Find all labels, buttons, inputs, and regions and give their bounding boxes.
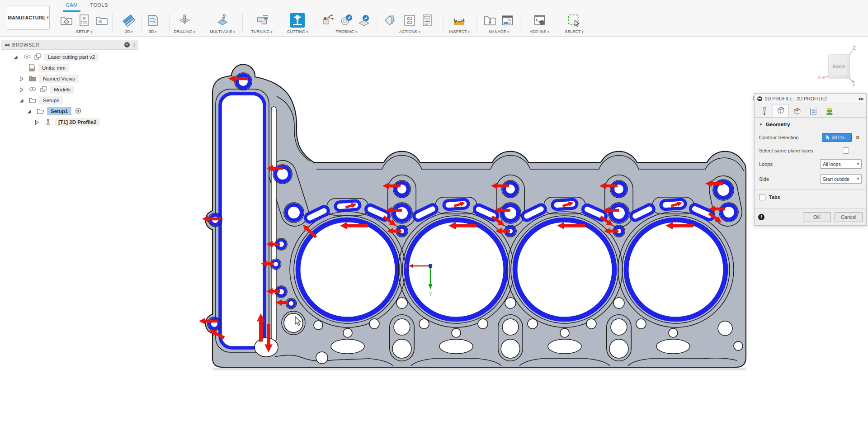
open-folder-icon [29,96,37,105]
dialog-tab-linking-tab[interactable] [821,106,838,117]
side-label: Side [759,176,820,182]
minimize-icon[interactable]: − [124,42,130,47]
ruler-icon[interactable] [452,13,467,28]
browser-row-setups[interactable]: Setups [1,95,138,106]
browser-row-named-views[interactable]: Named Views [1,73,138,84]
cancel-button[interactable]: Cancel [835,212,863,222]
toolbar-group-label[interactable]: MULTI-AXIS ▾ [210,29,235,34]
open-folder-icon[interactable] [94,13,109,28]
toolbar-group-2d: 2D ▾ [121,12,137,36]
expand-expander-icon[interactable] [19,76,24,81]
toolbar-group-label[interactable]: INSPECT ▾ [449,29,470,34]
g1g2-icon[interactable]: G1G2 [402,13,417,28]
dialog-tab-geometry-tab[interactable] [773,104,789,117]
svg-text:G: G [82,16,85,20]
visibility-eye-icon[interactable] [24,54,31,60]
dialog-tab-tool-tab[interactable] [756,106,773,117]
collapse-expander-icon[interactable] [27,109,32,114]
info-icon[interactable]: i [758,214,764,220]
browser-row-units-mm[interactable]: Units: mm [1,62,138,73]
clear-selection-button[interactable]: ✕ [854,135,862,141]
setup-sheet-icon[interactable] [420,13,435,28]
toolbar-group-label[interactable]: ACTIONS ▾ [399,29,420,34]
browser-item-label[interactable]: [T1] 2D Profile2 [55,118,100,126]
select-box-icon[interactable] [566,13,582,28]
geometry-section-header[interactable]: ▼ Geometry [755,118,866,130]
toolbar-group-label[interactable]: ADD-INS ▾ [529,29,549,34]
chevron-down-icon: ▾ [857,162,859,166]
probe-wcs-icon[interactable] [321,13,336,28]
contour-selection-chip[interactable]: 38 Ch... [822,133,852,142]
tabs-checkbox[interactable] [759,194,765,200]
browser-panel: ◀◀ BROWSER − ❙ Laser cutting part v2Unit… [1,40,138,128]
collapse-expander-icon[interactable] [19,98,24,103]
toolbar-group-label[interactable]: SETUP ▾ [76,29,92,34]
svg-text:%: % [507,18,511,22]
dialog-dock-handle[interactable]: ❙ [751,95,754,103]
collapse-expander-icon[interactable] [13,55,18,60]
gcode-doc-icon[interactable]: G [76,13,92,28]
toolbar-group-select: SELECT ▾ [565,12,584,36]
toolbar-group-label[interactable]: PROBING ▾ [335,29,357,34]
milling-2d-icon[interactable] [121,13,137,28]
toolbar-group-label[interactable]: TURNING ▾ [251,29,272,34]
passes-tab-icon [808,106,819,118]
browser-item-label[interactable]: Setups [39,96,63,104]
milling-3d-icon[interactable] [145,13,160,28]
probe-surface-icon[interactable] [356,13,372,28]
dialog-header[interactable]: 2D PROFILE : 2D PROFILE2 ▶▶ [755,94,866,104]
ribbon-tab-tools[interactable]: TOOLS [84,0,114,12]
browser-row-t1-2d-profile2[interactable]: [T1] 2D Profile2 [1,117,138,128]
ribbon-tab-cam[interactable]: CAM [60,0,84,12]
toolbar-group-label[interactable]: 3D ▾ [149,29,157,34]
browser-row-laser-cutting-part-v2[interactable]: Laser cutting part v2 [1,52,138,62]
new-setup-icon[interactable] [59,13,74,28]
component-icon [40,85,47,94]
browser-item-label[interactable]: Setup1 [47,107,71,115]
toolbar-group-label[interactable]: DRILLING ▾ [174,29,195,34]
post-process-icon[interactable] [384,13,400,28]
toolbar-group-label[interactable]: 2D ▾ [125,29,133,34]
dialog-tab-passes-tab[interactable] [805,106,821,117]
cutting-icon[interactable] [290,13,305,28]
turning-icon[interactable] [254,13,269,28]
browser-row-models[interactable]: Models [1,84,138,95]
browser-row-setup1[interactable]: Setup1 [1,106,138,117]
drilling-icon[interactable] [177,13,192,28]
expand-expander-icon[interactable] [19,87,24,92]
toolbar-group-3d: 3D ▾ [145,12,160,36]
browser-item-label[interactable]: Laser cutting part v2 [44,53,99,61]
ok-button[interactable]: OK [803,212,831,222]
generate-icon[interactable]: % [500,13,515,28]
viewcube[interactable]: Z BACK X Y [816,43,866,88]
workspace-switcher[interactable]: MANUFACTURE ▾ [7,5,50,30]
browser-item-label[interactable]: Named Views [39,75,79,83]
toolbar-group-label[interactable]: SELECT ▾ [565,29,584,34]
expand-expander-icon[interactable] [34,120,39,125]
tool-library-icon[interactable] [482,13,498,28]
loops-select[interactable]: All loops ▾ [820,159,862,169]
expand-dialog-icon[interactable]: ▶▶ [859,97,863,101]
collapse-panel-icon[interactable]: ◀◀ [4,43,9,47]
selected-slot-contour[interactable] [220,94,264,348]
probe-geometry-icon[interactable] [339,13,354,28]
side-select[interactable]: Start outside ▾ [820,174,862,184]
browser-item-label[interactable]: Units: mm [38,64,69,72]
addins-icon[interactable] [532,13,547,28]
dialog-tab-strip [755,104,866,118]
ribbon-toolbar: MANUFACTURE ▾ CAMTOOLS GSETUP ▾2D ▾3D ▾D… [0,0,868,37]
browser-header: ◀◀ BROWSER − ❙ [1,40,138,50]
toolbar-separator [204,14,204,33]
chevron-down-icon: ▾ [131,30,133,33]
dialog-tab-heights-tab[interactable] [789,106,805,117]
toolbar-group-label[interactable]: CUTTING ▾ [287,29,308,34]
active-setup-target-icon[interactable] [75,108,81,115]
toolbar-group-label[interactable]: MANAGE ▾ [488,29,509,34]
same-plane-checkbox[interactable] [843,147,849,154]
browser-item-label[interactable]: Models [50,85,74,94]
visibility-eye-icon[interactable] [29,86,36,93]
chevron-down-icon: ▾ [419,30,420,33]
multi-axis-icon[interactable] [215,13,230,28]
panel-grip-icon[interactable]: ❙ [132,43,136,47]
relief-cut-slot[interactable] [271,107,276,342]
